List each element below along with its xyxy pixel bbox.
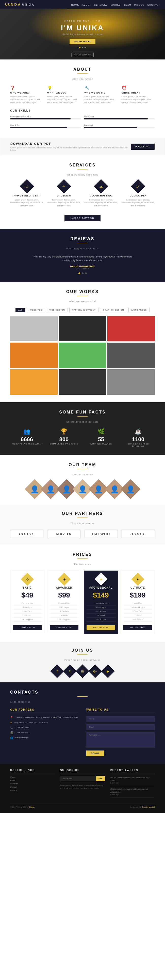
work-item[interactable] — [107, 316, 155, 341]
team-title: OUR TEAM — [10, 463, 155, 467]
nav-link[interactable]: Works — [111, 3, 121, 6]
price-feature: 1-5 Pages — [13, 605, 42, 609]
skill-bar-fill — [10, 118, 71, 119]
work-item[interactable] — [107, 343, 155, 368]
nav-link[interactable]: Team — [124, 3, 131, 6]
footer-link[interactable]: Home — [10, 776, 55, 778]
work-item[interactable] — [107, 369, 155, 395]
review-dot-1[interactable] — [78, 272, 80, 274]
nav-item[interactable]: About — [82, 2, 91, 6]
price-feature: 20 Email — [87, 614, 115, 617]
googleplus-icon-inner: g+ — [93, 669, 97, 673]
partners-section: OUR PARTNERS Those who have us DODGEMAZD… — [0, 505, 165, 545]
facts-divider — [78, 416, 87, 417]
facebook-icon[interactable]: f — [50, 664, 64, 678]
service-icon: ◇ — [25, 184, 28, 188]
hero-show-btn[interactable]: Show What — [70, 39, 95, 44]
nav-item[interactable]: Works — [111, 2, 121, 6]
contact-email-input[interactable] — [86, 724, 155, 730]
review-author: David Hodgeman — [10, 265, 155, 267]
skill-label: Photoshop & Illustrator — [10, 115, 81, 118]
nav-link[interactable]: About — [82, 3, 91, 6]
contact-info-text: info@unixa.co - New York, NY 10038 — [14, 721, 48, 724]
work-item[interactable] — [10, 369, 58, 395]
fact-number: 800 — [47, 436, 81, 443]
prices-section: PRICES The true ones ◇ Basic $49 Persona… — [0, 545, 165, 642]
footer-powered: Designed by Envato Market — [130, 806, 155, 808]
work-item[interactable] — [10, 343, 58, 368]
works-filter-btn[interactable]: All — [16, 308, 25, 312]
skill-item: Html & Css — [10, 124, 81, 128]
nav-link[interactable]: Services — [94, 3, 108, 6]
contact-message-input[interactable] — [86, 732, 155, 748]
hero-dot-1[interactable] — [79, 47, 81, 48]
footer-link[interactable]: Contact — [10, 786, 55, 788]
nav-item[interactable]: Team — [124, 2, 131, 6]
brand-logo[interactable]: UUNIXA UNIXA — [5, 3, 35, 6]
service-icon: ✏ — [62, 184, 65, 188]
nav-item[interactable]: Services — [94, 2, 108, 6]
footer-link[interactable]: About — [10, 779, 55, 781]
works-filter-btn[interactable]: Websites — [27, 308, 45, 312]
team-grid: 👤👤👤👤👤👤👤 — [10, 481, 155, 497]
youtube-icon[interactable]: ▶ — [101, 664, 115, 678]
footer-link[interactable]: Privacy — [10, 789, 55, 791]
contact-name-input[interactable] — [86, 716, 155, 722]
footer-subscribe-form: Go! — [60, 776, 105, 781]
footer-designer-link[interactable]: Envato Market — [142, 806, 155, 808]
price-order-btn[interactable]: Order Now — [87, 625, 115, 630]
footer-subscribe-btn[interactable]: Go! — [96, 776, 105, 781]
linkedin-icon[interactable]: in — [76, 664, 89, 678]
contact-send-btn[interactable]: Send! — [86, 751, 104, 756]
price-amount: $149 — [87, 591, 115, 599]
price-order-btn[interactable]: Order Now — [50, 625, 78, 630]
nav-item[interactable]: Home — [71, 2, 79, 6]
work-item[interactable] — [59, 369, 106, 395]
hero-dot-2[interactable] — [82, 47, 83, 48]
contact-info-text: 1 546 785 1990 — [15, 726, 29, 729]
services-large-btn[interactable]: Large Button — [65, 215, 100, 221]
works-filter-btn[interactable]: WordPress — [129, 308, 149, 312]
footer-link[interactable]: Services — [10, 783, 55, 785]
hero-watch-btn[interactable]: Your Work? — [71, 52, 94, 57]
works-filter-btn[interactable]: App Development — [69, 308, 99, 312]
contacts-title: CONTACTS — [10, 690, 155, 695]
review-dot-3[interactable] — [85, 272, 87, 274]
works-filter-btn[interactable]: Graphic Design — [100, 308, 127, 312]
skills-title: Our Skills — [10, 109, 155, 112]
tweet-item: Ut labore et dolore magnam aliquam quaer… — [110, 788, 155, 798]
googleplus-icon[interactable]: g+ — [88, 664, 102, 678]
download-section: Download Our Pdf Lorem ipsum dolor sit a… — [0, 138, 165, 155]
footer-email-input[interactable] — [60, 776, 96, 781]
tweet-item: Eos qui ratione voluptatem sequi nesciun… — [110, 776, 155, 786]
facts-sub: Before anyone is not sold — [10, 421, 155, 423]
works-filter-btn[interactable]: Web Design — [47, 308, 68, 312]
contact-address-col: Our Address 📍 350 Construction Blvd, Lib… — [10, 708, 79, 756]
footer-links-title: Useful Links — [10, 769, 55, 773]
nav-link[interactable]: Contact — [147, 3, 160, 6]
work-item[interactable] — [59, 316, 106, 341]
price-features: Professional Use1-20 Pages20 GB Disk20 E… — [87, 601, 115, 622]
contact-info-icon: 🌐 — [10, 737, 13, 739]
tweet-time: 5 days ago — [110, 794, 155, 796]
work-item[interactable] — [59, 343, 106, 368]
nav-link[interactable]: Home — [71, 3, 79, 6]
nav-item[interactable]: Contact — [147, 2, 160, 6]
about-item-title: Since When? — [122, 91, 155, 94]
price-feature: 10 GB Disk — [50, 609, 78, 614]
twitter-icon[interactable]: t — [63, 664, 77, 678]
about-item-icon: ⏰ — [122, 85, 155, 90]
joinus-sub: Follow us on social networks — [10, 659, 155, 661]
nav-link[interactable]: Prices — [134, 3, 144, 6]
team-member[interactable]: 👤 — [121, 479, 140, 499]
work-item[interactable] — [10, 316, 58, 341]
footer-tweets-title: Recent Tweets — [110, 769, 155, 773]
skill-item: WordPress — [84, 115, 155, 119]
price-order-btn[interactable]: Order Now — [123, 625, 152, 630]
footer-brand-link[interactable]: Unixa — [29, 806, 34, 808]
review-dot-2[interactable] — [82, 272, 84, 274]
nav-item[interactable]: Prices — [134, 2, 144, 6]
price-order-btn[interactable]: Order Now — [13, 625, 42, 630]
hero-dot-3[interactable] — [84, 47, 86, 48]
download-btn[interactable]: Download — [131, 143, 155, 150]
